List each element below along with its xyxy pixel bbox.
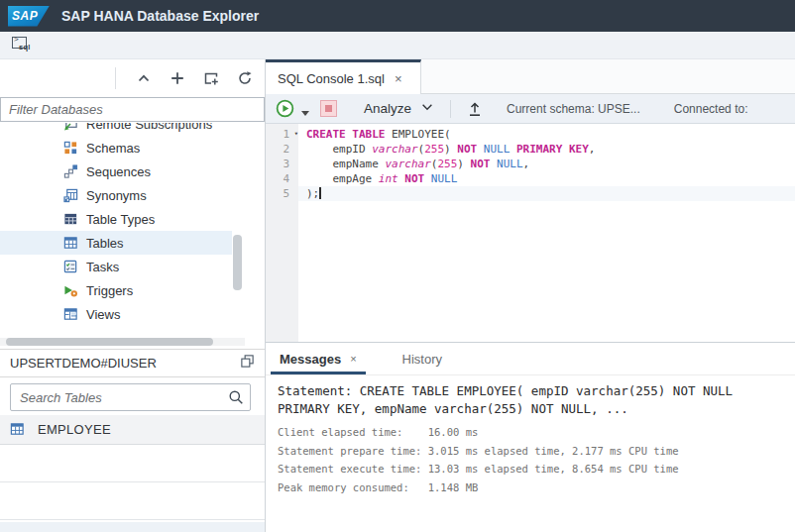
sap-logo-text: SAP [8,9,38,23]
messages-tab-strip: Messages×History [266,343,795,375]
statement-line: PRIMARY KEY, empName varchar(255) NOT NU… [278,400,783,418]
search-tables-wrap [10,383,251,411]
tab-messages[interactable]: Messages× [266,343,371,374]
sidebar-item-tasks[interactable]: Tasks [0,255,232,278]
timing-detail-line: Statement execute time: 13.03 ms elapsed… [278,460,783,479]
sidebar-item-remote-subscriptions[interactable]: Remote Subscriptions [0,123,232,136]
close-icon[interactable]: × [395,72,402,85]
line-number: 5 [266,186,298,201]
synonyms-icon [63,188,78,203]
tab-label: Messages [280,352,341,367]
stop-icon [325,105,332,112]
schema-selector-label: UPSERTDEMO#DIUSER [10,356,240,371]
schemas-icon [63,141,78,156]
remote-subscriptions-icon [63,123,78,132]
sidebar-item-views[interactable]: Views [0,302,232,326]
browser-toolbar [0,59,265,96]
tree-item-label: Sequences [86,164,151,179]
filter-databases-input[interactable] [0,97,265,122]
active-tab-underline [271,372,366,374]
code-line-1: 1▾CREATE TABLE EMPLOYEE( [266,127,795,142]
tables-icon [63,236,78,251]
current-schema-label: Current schema: UPSE... [507,102,640,116]
analyze-button[interactable]: Analyze [364,100,434,118]
stop-button[interactable] [320,100,337,117]
app-title: SAP HANA Database Explorer [61,8,259,24]
code-line-4: 4 empAge int NOT NULL [266,171,795,186]
schema-selector[interactable]: UPSERTDEMO#DIUSER [0,349,265,377]
messages-body: Statement: CREATE TABLE EMPLOYEE( empID … [278,382,783,496]
table-item-employee[interactable]: EMPLOYEE [0,415,265,445]
code-line-3: 3 empName varchar(255) NOT NULL, [266,157,795,171]
upload-icon[interactable] [467,101,483,117]
sidebar-item-sequences[interactable]: Sequences [0,160,232,183]
messages-panel: Messages×History Statement: CREATE TABLE… [266,342,795,532]
sidebar-item-tables[interactable]: Tables [0,231,232,255]
table-item-label: EMPLOYEE [38,422,111,437]
fold-arrow-icon[interactable]: ▾ [294,127,298,142]
toolbar-separator [450,100,451,118]
triggers-icon [63,283,78,298]
statement-line: Statement: CREATE TABLE EMPLOYEE( empID … [278,382,783,400]
sql-console-panel: SQL Console 1.sql × Analyze Current sche… [266,59,795,532]
timing-detail-line: Statement prepare time: 3.015 ms elapsed… [278,442,783,461]
empty-list-row [0,482,265,520]
tasks-icon [63,260,78,274]
tab-sql-console-1[interactable]: SQL Console 1.sql × [266,59,421,94]
sidebar-item-triggers[interactable]: Triggers [0,278,232,302]
add-instance-button[interactable] [168,68,187,88]
sql-editor[interactable]: 1▾CREATE TABLE EMPLOYEE(2 empID varchar(… [266,124,795,342]
run-options-dropdown-icon[interactable] [301,111,309,116]
code-text: empAge int NOT NULL [298,171,795,186]
timing-details: Client elapsed time: 16.00 msStatement p… [278,423,783,496]
tab-label: History [402,352,442,367]
chevron-up-icon [136,70,152,86]
line-number: 3 [266,157,298,171]
table-icon [10,422,25,437]
close-icon[interactable]: × [350,354,356,365]
editor-lines: 1▾CREATE TABLE EMPLOYEE(2 empID varchar(… [266,127,795,201]
line-number: 2 [266,142,298,157]
timing-detail-line: Client elapsed time: 16.00 ms [278,423,783,442]
sidebar-item-synonyms[interactable]: Synonyms [0,183,232,207]
empty-list-row [0,445,265,482]
sidebar-item-schemas[interactable]: Schemas [0,136,232,160]
statement-text: Statement: CREATE TABLE EMPLOYEE( empID … [278,382,783,417]
views-icon [63,307,78,322]
open-in-new-window-icon[interactable] [240,354,255,372]
tree-item-label: Triggers [86,283,133,298]
search-tables-input[interactable] [10,383,251,411]
run-button[interactable] [276,99,294,118]
title-bar: SAP SAP HANA Database Explorer [0,0,795,32]
sql-tool-label: sql [19,43,31,52]
tree-horizontal-scrollbar[interactable] [6,338,213,346]
code-text: empID varchar(255) NOT NULL PRIMARY KEY, [298,142,795,157]
sequences-icon [63,164,78,179]
add-folder-button[interactable] [201,68,221,88]
code-text: empName varchar(255) NOT NULL, [298,157,795,171]
shell-bar [0,32,795,59]
connected-to-label: Connected to: [674,102,748,116]
text-cursor [319,187,321,199]
code-line-2: 2 empID varchar(255) NOT NULL PRIMARY KE… [266,142,795,157]
sql-console-tool-icon[interactable]: > sql [12,37,36,54]
toolbar-separator [115,67,116,89]
chevron-down-icon [420,100,434,118]
tab-label: SQL Console 1.sql [278,71,385,86]
tab-history[interactable]: History [389,343,456,374]
tree-item-label: Table Types [86,212,155,227]
plus-icon [170,70,185,86]
search-icon[interactable] [228,389,244,409]
tree-item-label: Tables [86,236,124,251]
code-line-5: 5); [266,186,795,201]
analyze-label: Analyze [364,101,411,116]
tables-list: EMPLOYEE [0,415,265,520]
database-browser-panel: Remote SubscriptionsSchemasSequencesSyno… [0,59,266,532]
collapse-all-button[interactable] [134,68,154,88]
code-text: ); [298,186,795,201]
table-types-icon [63,212,78,227]
tree-vertical-scrollbar[interactable] [233,235,242,290]
refresh-button[interactable] [235,68,255,88]
sidebar-item-table-types[interactable]: Table Types [0,207,232,231]
line-number: 4 [266,171,298,186]
